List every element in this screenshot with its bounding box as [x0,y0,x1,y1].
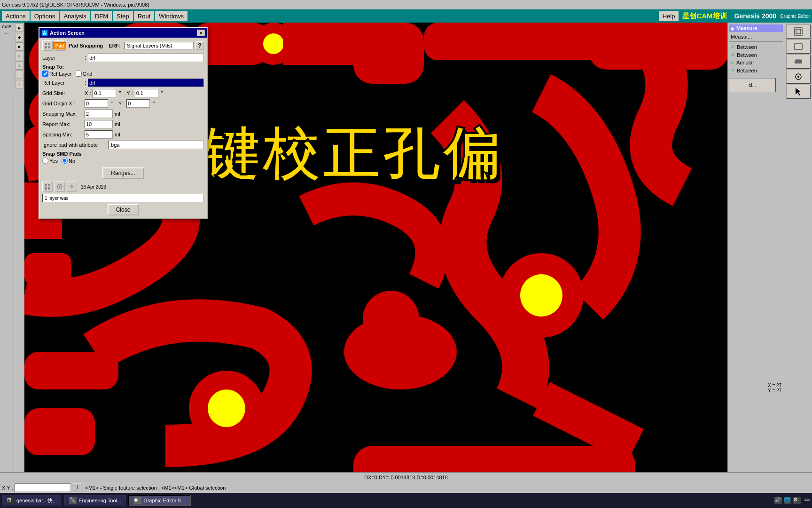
svg-rect-29 [795,60,802,64]
grid-size-row: Grid Size: X : " Y : " [42,89,204,97]
toolbar-btn-3[interactable]: ■ [15,42,23,51]
toolbar-btn-6[interactable]: + [15,71,23,79]
grid-origin-y-input[interactable] [126,99,150,108]
toolbar-btn-4[interactable]: ○ [15,52,23,60]
info-icon[interactable]: i [73,484,81,492]
svg-point-19 [208,389,245,427]
grid-size-y-input[interactable] [135,89,158,97]
svg-rect-26 [795,28,802,35]
ref-layer-input[interactable] [88,79,204,87]
layer-input[interactable] [88,54,204,62]
spacing-min-row: Spacing Min: ml [42,130,204,139]
menu-help[interactable]: Help [659,11,679,21]
ignore-attr-label: Ignore pad with attribute [42,142,108,148]
erf-dropdown[interactable] [125,42,194,49]
panel-close-btn[interactable]: cl... [729,78,776,92]
rtoolbar-btn-3[interactable] [786,55,811,69]
toolbar-btn-2[interactable]: ◆ [15,33,23,41]
bottom-coord-bar: DX=0,DY=-0.0014818,D=0.0014818 [0,472,812,482]
menu-analysis[interactable]: Analysis [60,11,90,21]
titlebar: Genesis 9.07b2 (1@DESKTOP-3R0OLVM - Wind… [0,0,812,9]
toolbar-btn-1[interactable]: ▶ [15,24,23,32]
spacing-min-unit: ml [115,132,120,137]
ranges-button[interactable]: Ranges... [102,167,143,179]
grid-origin-x-input[interactable] [85,99,108,108]
xy-label: X Y : [2,485,13,491]
ignore-attr-row: Ignore pad with attribute [42,141,204,149]
ref-layer-label: Ref Layer [49,71,72,77]
erf-label: ERF: [109,43,121,48]
snapping-max-input[interactable] [85,110,113,118]
right-panel: ◆ Measure Measur... ✓ Between ✓ Between … [727,23,784,488]
grid-checkbox-item: Grid [76,71,93,77]
menu-options[interactable]: Options [31,11,59,21]
yes-radio[interactable] [42,158,48,164]
status-text: <M1> - Single feature selection ; <M1><M… [85,485,226,491]
svg-point-25 [363,291,419,347]
grid-origin-row: Grid Origin X : " Y : " [42,99,204,108]
report-max-label: Report Max: [42,121,85,127]
menu-windows[interactable]: Windows [155,11,187,21]
svg-rect-43 [48,187,50,190]
grid-checkbox[interactable] [76,71,82,77]
panel-item-between2[interactable]: ✓ Between [729,51,783,59]
strip-icon-3[interactable] [67,182,77,192]
svg-rect-17 [24,408,95,455]
rtoolbar-btn-2[interactable] [786,40,811,54]
svg-point-21 [520,274,562,317]
toolbar-btn-7[interactable]: × [15,80,23,88]
sys-icon-2: 🌐 [784,497,791,504]
report-max-row: Report Max: ml [42,120,204,128]
strip-pad-icon [56,183,63,190]
ignore-attr-input[interactable] [108,141,204,149]
taskbar-lang: 中 [804,497,810,505]
rtoolbar-btn-1[interactable] [786,24,811,39]
taskbar-btn-engineering[interactable]: 🔧 Engineering Tool... [64,495,126,506]
menu-actions[interactable]: Actions [2,11,30,21]
grid-icon-btn[interactable] [42,40,53,51]
rtoolbar-btn-5[interactable] [786,85,811,99]
strip-icon-1[interactable] [42,182,53,192]
status-strip: 1 layer was [42,194,204,202]
taskbar-btn-graphic[interactable]: ◆ Graphic Editor 9... [128,495,191,506]
zoom-icon [794,27,803,36]
taskbar-btn-genesis[interactable]: ⊞ genesis.bat - 快... [2,495,62,506]
coord-num: 0415 [2,24,11,29]
dialog-body: Pad Pad Snapping ERF: ? Layer : Snap To:… [39,38,207,218]
sys-icon-1: 🔊 [774,497,782,504]
report-max-input[interactable] [85,120,113,128]
ref-layer-row: Ref Layer : [42,79,204,87]
strip-snap-icon [69,183,75,190]
layer-icon [794,57,803,66]
coord-input[interactable] [15,484,71,492]
statusbar: X Y : i <M1> - Single feature selection … [0,482,812,493]
menu-dfm[interactable]: DFM [91,11,112,21]
menubar: Actions Options Analysis DFM Step Rout W… [0,9,812,23]
ref-layer-checkbox[interactable] [42,71,48,77]
dialog-close-btn[interactable]: × [197,30,205,36]
panel-item-between1[interactable]: ✓ Between [729,43,783,51]
status-text: 1 layer was [45,196,69,201]
grid-size-x-input[interactable] [93,89,116,97]
spacing-min-input[interactable] [85,130,113,139]
view-icon [794,72,803,81]
svg-rect-36 [45,43,47,45]
pad-icon-btn[interactable]: Pad [55,40,65,51]
svg-rect-40 [45,184,47,186]
svg-rect-27 [796,29,801,34]
strip-icon-2[interactable] [55,182,65,192]
snap-to-checkboxes: Ref Layer Grid [42,71,204,77]
panel-item-annular[interactable]: ✓ Annular [729,59,783,66]
menu-rout[interactable]: Rout [134,11,154,21]
panel-item-measure[interactable]: Measur... [729,33,783,40]
no-radio[interactable] [62,158,68,164]
close-button[interactable]: Close [108,204,139,215]
panel-item-between3[interactable]: ✓ Between [729,66,783,74]
help-btn[interactable]: ? [195,41,204,50]
panel-title: ◆ Measure [729,24,783,32]
menu-step[interactable]: Step [113,11,133,21]
svg-text:A: A [43,31,46,36]
rtoolbar-btn-4[interactable] [786,70,811,84]
toolbar-btn-5[interactable]: △ [15,61,23,70]
dialog-toolbar: Pad Pad Snapping ERF: ? [42,40,204,51]
